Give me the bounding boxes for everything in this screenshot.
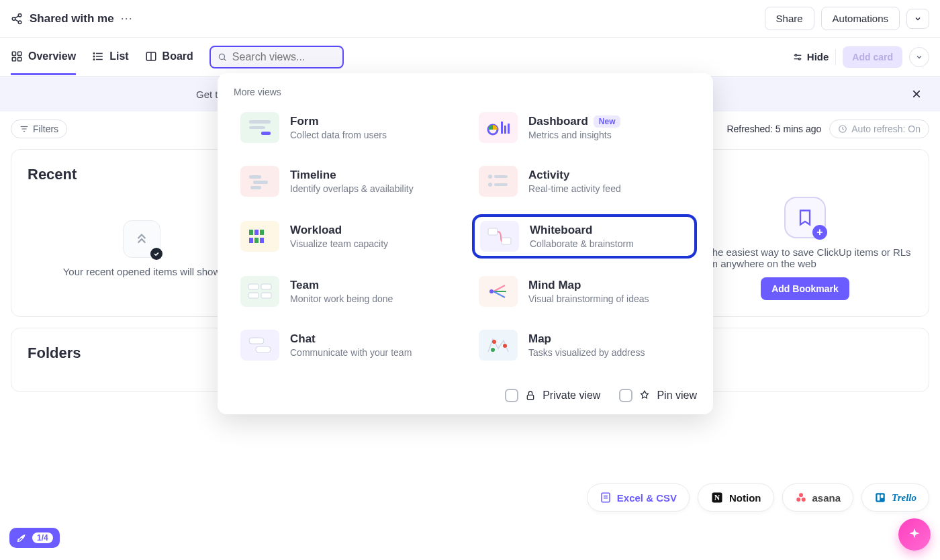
svg-line-3 [15,15,18,17]
svg-point-14 [93,58,95,60]
recent-empty-text: Your recent opened items will show [63,266,221,277]
share-network-icon [11,13,23,25]
svg-point-53 [489,289,493,293]
timeline-thumb [240,166,279,197]
asana-icon [795,492,807,504]
form-thumb [240,112,279,143]
view-desc: Monitor work being done [290,293,393,304]
filters-label: Filters [33,124,58,134]
more-menu-icon[interactable]: ··· [121,11,133,26]
svg-rect-40 [494,183,508,186]
svg-rect-72 [878,495,880,501]
svg-line-4 [15,19,18,21]
banner-close-icon[interactable]: × [912,85,921,103]
automations-dropdown[interactable] [906,9,929,29]
hide-button[interactable]: Hide [792,51,829,62]
ai-fab-button[interactable] [898,518,931,551]
view-option-form[interactable]: Form Collect data from users [234,107,459,148]
svg-line-18 [224,58,226,60]
add-card-dropdown[interactable] [909,47,929,67]
view-desc: Communicate with your team [290,347,412,358]
sparkle-icon [907,527,922,542]
onboarding-pill[interactable]: 1/4 [9,528,60,548]
svg-rect-8 [18,57,21,60]
view-option-whiteboard[interactable]: Whiteboard Collaborate & brainstorm [472,214,697,259]
svg-rect-43 [260,230,264,235]
svg-rect-44 [249,238,253,243]
tab-list[interactable]: List [92,40,128,75]
view-title: Workload [290,224,342,237]
activity-thumb [479,166,518,197]
integration-trello[interactable]: Trello [861,483,929,512]
dropdown-heading: More views [234,87,697,97]
chevron-down-icon [914,15,922,23]
integration-notion[interactable]: N Notion [698,483,773,512]
topbar-right: Share Automations [765,7,929,30]
tab-overview[interactable]: Overview [11,40,76,75]
view-option-mindmap[interactable]: Mind Map Visual brainstorming of ideas [472,271,697,312]
integration-asana[interactable]: asana [782,483,854,512]
svg-point-60 [491,348,495,352]
svg-rect-57 [249,338,264,344]
svg-point-2 [18,21,21,24]
svg-rect-52 [261,293,271,298]
team-thumb [240,276,279,307]
svg-point-70 [801,498,805,502]
svg-rect-5 [12,52,15,55]
list-icon [92,50,104,62]
view-option-dashboard[interactable]: Dashboard New Metrics and insights [472,107,697,148]
svg-point-39 [488,183,492,187]
svg-rect-6 [18,52,21,55]
mindmap-thumb [479,276,518,307]
view-title: Team [290,279,319,292]
view-option-chat[interactable]: Chat Communicate with your team [234,324,459,366]
page-title: Shared with me [30,12,114,26]
svg-rect-50 [261,284,271,289]
automations-button[interactable]: Automations [821,7,900,30]
view-option-workload[interactable]: Workload Visualize team capacity [234,214,459,259]
pin-icon [639,390,650,401]
auto-refresh-label: Auto refresh: On [851,124,921,134]
tab-board[interactable]: Board [145,40,193,75]
search-views-input-wrap[interactable] [209,46,344,68]
clock-icon [838,124,847,134]
view-option-activity[interactable]: Activity Real-time activity feed [472,160,697,202]
view-title: Map [528,332,551,346]
new-badge: New [594,115,621,128]
bookmarks-promo: + re the easiest way to save ClickUp ite… [698,197,912,300]
integration-excel-label: Excel & CSV [617,492,677,504]
search-views-input[interactable] [232,51,336,63]
top-bar: Shared with me ··· Share Automations [0,0,940,38]
private-view-option[interactable]: Private view [505,389,600,402]
filters-button[interactable]: Filters [11,120,67,138]
svg-rect-41 [249,230,253,235]
workload-thumb [240,221,279,252]
add-bookmark-button[interactable]: Add Bookmark [761,277,849,300]
lock-icon [525,390,536,401]
tab-list-label: List [109,50,128,62]
dashboard-thumb [479,112,518,143]
private-view-checkbox[interactable] [505,389,518,402]
svg-rect-49 [248,284,258,289]
svg-rect-27 [249,120,271,124]
view-option-team[interactable]: Team Monitor work being done [234,271,459,312]
svg-point-21 [795,54,797,56]
share-button[interactable]: Share [765,7,814,30]
view-desc: Tasks visualized by address [528,347,645,358]
svg-line-54 [493,285,505,291]
view-option-timeline[interactable]: Timeline Identify overlaps & availabilit… [234,160,459,202]
svg-rect-58 [256,346,271,353]
svg-rect-38 [494,175,508,178]
view-option-map[interactable]: Map Tasks visualized by address [472,324,697,366]
auto-refresh-toggle[interactable]: Auto refresh: On [829,120,929,138]
add-card-button[interactable]: Add card [843,46,902,68]
svg-text:N: N [714,494,720,502]
pin-view-checkbox[interactable] [619,389,632,402]
views-tabs-bar: Overview List Board Hide Add card [0,38,940,77]
svg-point-61 [503,344,507,348]
integration-excel[interactable]: Excel & CSV [587,483,690,512]
pin-view-option[interactable]: Pin view [619,389,697,402]
private-view-label: Private view [543,389,600,402]
view-desc: Collect data from users [290,130,387,140]
search-icon [218,52,227,62]
